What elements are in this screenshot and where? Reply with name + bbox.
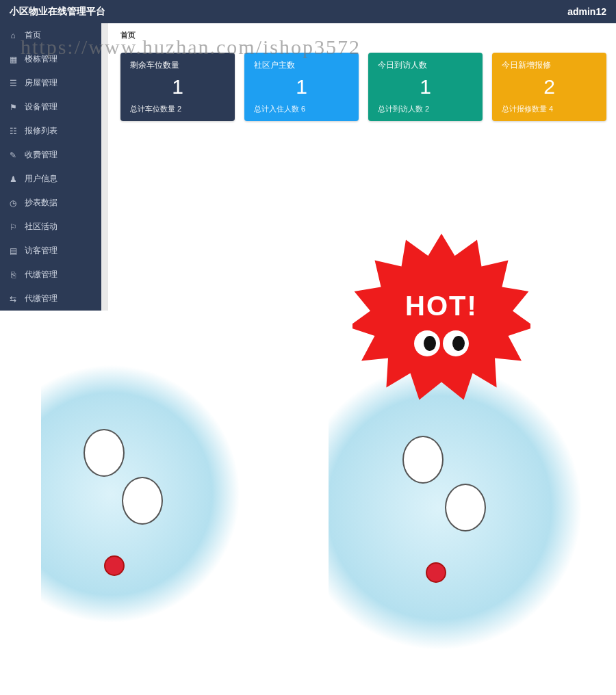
sidebar-label: 报修列表 bbox=[25, 125, 57, 137]
sidebar-label: 代缴管理 bbox=[25, 293, 57, 304]
sidebar-icon: ✎ bbox=[8, 150, 18, 160]
app-title: 小区物业在线管理平台 bbox=[10, 5, 105, 18]
card-value: 1 bbox=[130, 75, 225, 99]
sidebar-label: 设备管理 bbox=[25, 101, 57, 113]
card-sub: 总计车位数量 2 bbox=[130, 104, 225, 114]
card-sub: 总计报修数量 4 bbox=[502, 104, 597, 114]
stat-card-2: 今日到访人数1总计到访人数 2 bbox=[368, 53, 483, 121]
sidebar-label: 代缴管理 bbox=[25, 269, 57, 280]
sidebar-icon: ♟ bbox=[8, 174, 18, 184]
sidebar-icon: ⌂ bbox=[8, 31, 18, 40]
card-title: 今日到访人数 bbox=[378, 60, 473, 71]
sidebar-item-1[interactable]: ▦楼栋管理 bbox=[0, 47, 108, 71]
card-title: 社区户主数 bbox=[254, 60, 349, 71]
toc-page-1: 目 录 摘 要IAbstractII第一章 绪论11.1 研究背景和意义11.1… bbox=[41, 316, 308, 695]
sidebar-label: 房屋管理 bbox=[25, 77, 57, 89]
hot-eyes-icon bbox=[414, 330, 469, 356]
sidebar-item-5[interactable]: ✎收费管理 bbox=[0, 143, 108, 167]
sidebar-label: 访客管理 bbox=[25, 245, 57, 257]
breadcrumb-home[interactable]: 首页 bbox=[120, 31, 136, 39]
sidebar-item-4[interactable]: ☷报修列表 bbox=[0, 119, 108, 143]
stat-cards: 剩余车位数量1总计车位数量 2社区户主数1总计入住人数 6今日到访人数1总计到访… bbox=[120, 53, 606, 121]
sidebar-item-9[interactable]: ▤访客管理 bbox=[0, 239, 108, 263]
sidebar-label: 首页 bbox=[25, 29, 41, 41]
sidebar-icon: ⇆ bbox=[8, 294, 18, 304]
card-value: 1 bbox=[254, 75, 349, 99]
sidebar-icon: ▤ bbox=[8, 246, 18, 256]
sidebar-label: 楼栋管理 bbox=[25, 53, 57, 65]
card-sub: 总计入住人数 6 bbox=[254, 104, 349, 114]
sidebar-label: 抄表数据 bbox=[25, 197, 57, 209]
sidebar-item-6[interactable]: ♟用户信息 bbox=[0, 167, 108, 191]
hot-badge-text: HOT! bbox=[352, 291, 530, 322]
sidebar-item-11[interactable]: ⇆代缴管理 bbox=[0, 287, 108, 311]
sidebar-label: 社区活动 bbox=[25, 221, 57, 233]
card-value: 1 bbox=[378, 75, 473, 99]
card-value: 2 bbox=[502, 75, 597, 99]
sidebar-icon: ☷ bbox=[8, 127, 18, 136]
sidebar-icon: ◷ bbox=[8, 198, 18, 208]
sidebar-item-0[interactable]: ⌂首页 bbox=[0, 23, 108, 47]
hot-badge: HOT! bbox=[352, 229, 530, 407]
sidebar-label: 收费管理 bbox=[25, 149, 57, 161]
sidebar-icon: ⚐ bbox=[8, 222, 18, 232]
sidebar-icon: ⎘ bbox=[8, 270, 18, 280]
sidebar-icon: ⚑ bbox=[8, 103, 18, 112]
sidebar-item-7[interactable]: ◷抄表数据 bbox=[0, 191, 108, 215]
sidebar-item-2[interactable]: ☰房屋管理 bbox=[0, 71, 108, 95]
card-title: 今日新增报修 bbox=[502, 60, 597, 71]
app-header: 小区物业在线管理平台 admin12 bbox=[0, 0, 616, 23]
stat-card-3: 今日新增报修2总计报修数量 4 bbox=[492, 53, 606, 121]
sidebar: ⌂首页▦楼栋管理☰房屋管理⚑设备管理☷报修列表✎收费管理♟用户信息◷抄表数据⚐社… bbox=[0, 23, 108, 311]
sidebar-item-10[interactable]: ⎘代缴管理 bbox=[0, 263, 108, 287]
sidebar-item-8[interactable]: ⚐社区活动 bbox=[0, 215, 108, 239]
stat-card-1: 社区户主数1总计入住人数 6 bbox=[244, 53, 359, 121]
card-sub: 总计到访人数 2 bbox=[378, 104, 473, 114]
sidebar-icon: ☰ bbox=[8, 79, 18, 88]
card-title: 剩余车位数量 bbox=[130, 60, 225, 71]
breadcrumb: 首页 bbox=[120, 30, 606, 40]
sidebar-icon: ▦ bbox=[8, 55, 18, 64]
header-user[interactable]: admin12 bbox=[567, 6, 606, 17]
sidebar-label: 用户信息 bbox=[25, 173, 57, 185]
stat-card-0: 剩余车位数量1总计车位数量 2 bbox=[120, 53, 235, 121]
sidebar-item-3[interactable]: ⚑设备管理 bbox=[0, 95, 108, 119]
